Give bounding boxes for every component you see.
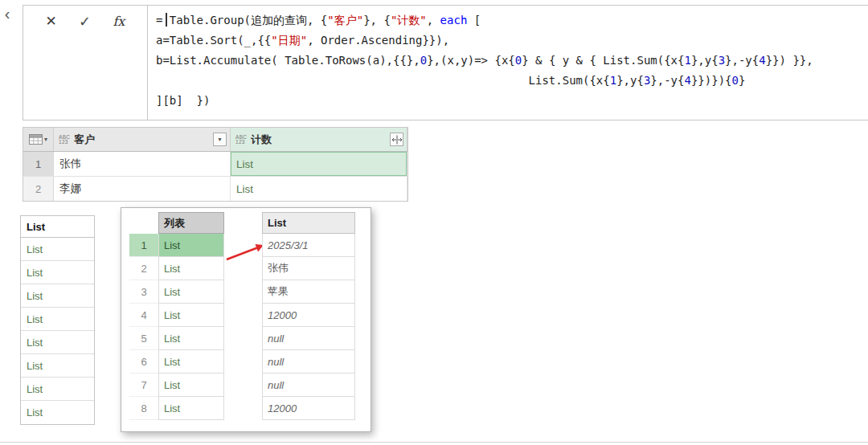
value-cell: 12000 bbox=[262, 397, 355, 420]
formula-code-line: ][b] }) bbox=[156, 91, 862, 111]
list-table-row: 5List bbox=[129, 327, 224, 350]
row-number: 5 bbox=[129, 327, 158, 350]
formula-code-line: = Table.Group(追加的查询, {"客户"}, {"计数", each… bbox=[156, 10, 862, 31]
window-bottom-border bbox=[0, 442, 868, 443]
code-plain-segment: , bbox=[427, 14, 440, 27]
list-link-item[interactable]: List bbox=[21, 308, 94, 331]
row-number: 4 bbox=[129, 304, 158, 327]
row-number: 2 bbox=[129, 257, 158, 280]
list-table-corner bbox=[129, 212, 158, 234]
list-link-cell[interactable]: List bbox=[158, 374, 224, 397]
expand-arrows-icon bbox=[391, 135, 403, 145]
row-number[interactable]: 2 bbox=[23, 177, 54, 201]
code-string-segment: "客户" bbox=[327, 14, 363, 27]
code-plain-segment: = Table.Group(追加的查询, { bbox=[156, 14, 327, 27]
list-table-header: 列表 bbox=[158, 212, 224, 234]
code-keyword-segment: each bbox=[440, 14, 468, 27]
row-number: 7 bbox=[129, 374, 158, 397]
corner-dropdown-icon: ▾ bbox=[44, 136, 47, 143]
code-number-segment: 3 bbox=[719, 54, 725, 67]
formula-bar: ✕ ✓ fx = Table.Group(追加的查询, {"客户"}, {"计数… bbox=[23, 5, 868, 120]
code-number-segment: 4 bbox=[684, 74, 690, 87]
expand-column-button[interactable] bbox=[390, 133, 403, 146]
list-table-row: 8List bbox=[129, 397, 224, 420]
code-plain-segment: },-y{ bbox=[725, 54, 759, 67]
value-cell: 苹果 bbox=[262, 280, 355, 304]
value-cell: null bbox=[262, 327, 355, 350]
code-plain-segment: },y{ bbox=[616, 74, 644, 87]
value-cell: null bbox=[262, 374, 355, 397]
code-number-segment: 0 bbox=[420, 54, 427, 67]
list-panel-rows: ListListListListListListListList bbox=[21, 238, 94, 424]
text-cell[interactable]: 李娜 bbox=[54, 177, 231, 201]
row-number: 3 bbox=[129, 280, 158, 304]
list-link-cell[interactable]: List bbox=[158, 350, 224, 374]
list-link-cell[interactable]: List bbox=[158, 234, 224, 257]
text-caret bbox=[166, 13, 167, 27]
cancel-icon[interactable]: ✕ bbox=[46, 14, 57, 30]
code-number-segment: 1 bbox=[684, 54, 690, 67]
data-type-icon[interactable]: ABC123 bbox=[235, 134, 247, 145]
column-name: 计数 bbox=[251, 133, 386, 147]
list-link-cell[interactable]: List bbox=[158, 397, 224, 420]
list-table-row: 4List bbox=[129, 304, 224, 327]
list-link-cell[interactable]: List bbox=[158, 257, 224, 280]
table-header-row: ▾ ABC123客户▼ABC123计数 bbox=[23, 128, 407, 152]
list-table-body: 1List2List3List4List5List6List7List8List bbox=[129, 234, 224, 420]
code-string-segment: "计数" bbox=[391, 14, 427, 27]
code-plain-segment: b=List.Accumulate( Table.ToRows(a),{{}, bbox=[156, 54, 420, 67]
formula-code-line: a=Table.Sort(_,{{"日期", Order.Ascending}}… bbox=[156, 31, 862, 51]
code-plain-segment: },-y{ bbox=[650, 74, 684, 87]
list-table-row: 1List bbox=[129, 234, 224, 257]
table-row: 1张伟List bbox=[23, 152, 407, 177]
list-link-cell[interactable]: List bbox=[158, 327, 224, 350]
list-table-row: 7List bbox=[129, 374, 224, 397]
column-header-客户[interactable]: ABC123客户▼ bbox=[54, 128, 231, 151]
row-number[interactable]: 1 bbox=[23, 152, 54, 176]
values-table-header: List bbox=[262, 212, 355, 234]
list-link-cell[interactable]: List bbox=[231, 152, 407, 176]
filter-dropdown-button[interactable]: ▼ bbox=[213, 133, 227, 146]
code-plain-segment: }, { bbox=[363, 14, 391, 27]
list-preview-panel: List ListListListListListListListList bbox=[20, 215, 95, 425]
list-link-item[interactable]: List bbox=[21, 401, 94, 424]
row-number: 6 bbox=[129, 350, 158, 374]
list-panel-header: List bbox=[21, 216, 94, 238]
list-link-item[interactable]: List bbox=[21, 354, 94, 378]
data-preview-table: ▾ ABC123客户▼ABC123计数 1张伟List2李娜List bbox=[23, 127, 408, 202]
list-table: 列表 1List2List3List4List5List6List7List8L… bbox=[129, 212, 224, 420]
list-link-cell[interactable]: List bbox=[158, 280, 224, 304]
code-number-segment: 0 bbox=[515, 54, 522, 67]
list-link-item[interactable]: List bbox=[21, 238, 94, 261]
row-number: 8 bbox=[129, 397, 158, 420]
code-plain-segment: ][b] }) bbox=[156, 94, 210, 107]
list-link-item[interactable]: List bbox=[21, 378, 94, 401]
formula-code-line: List.Sum({x{1},y{3},-y{4}})}){0} bbox=[156, 71, 862, 91]
list-link-item[interactable]: List bbox=[21, 284, 94, 308]
dropdown-arrow-icon: ▼ bbox=[217, 137, 223, 142]
list-table-row: 6List bbox=[129, 350, 224, 374]
list-link-cell[interactable]: List bbox=[231, 177, 407, 201]
formula-input[interactable]: = Table.Group(追加的查询, {"客户"}, {"计数", each… bbox=[148, 6, 868, 120]
confirm-icon[interactable]: ✓ bbox=[79, 14, 91, 30]
code-plain-segment: }})}){ bbox=[691, 74, 732, 87]
fx-icon[interactable]: fx bbox=[113, 14, 125, 30]
list-link-item[interactable]: List bbox=[21, 331, 94, 354]
code-number-segment: 0 bbox=[732, 74, 739, 87]
code-plain-segment: },y{ bbox=[691, 54, 719, 67]
select-all-button[interactable]: ▾ bbox=[23, 128, 54, 151]
value-cell: null bbox=[262, 350, 355, 374]
values-table: List 2025/3/1张伟苹果12000nullnullnull12000 bbox=[262, 212, 355, 420]
column-header-计数[interactable]: ABC123计数 bbox=[231, 128, 407, 151]
data-type-icon[interactable]: ABC123 bbox=[59, 134, 70, 145]
list-link-cell[interactable]: List bbox=[158, 304, 224, 327]
collapse-pane-button[interactable]: ‹ bbox=[1, 6, 14, 22]
text-cell[interactable]: 张伟 bbox=[54, 152, 231, 176]
code-string-segment: "日期" bbox=[271, 34, 307, 47]
code-plain-segment: } & { y & { List.Sum({x{ bbox=[522, 54, 684, 67]
red-arrow-icon bbox=[224, 240, 268, 264]
code-number-segment: 4 bbox=[759, 54, 765, 67]
column-name: 客户 bbox=[74, 133, 209, 147]
type-123-label: 123 bbox=[59, 140, 70, 145]
list-link-item[interactable]: List bbox=[21, 261, 94, 284]
